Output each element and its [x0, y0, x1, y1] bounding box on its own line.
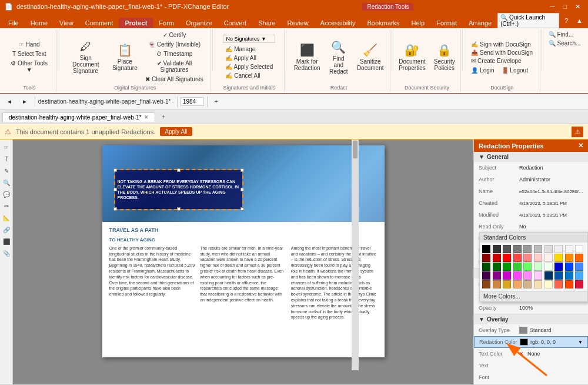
redaction-color-row[interactable]: Redaction Color rgb: 0, 0, 0 ▼	[474, 336, 588, 348]
handle-tl[interactable]	[113, 168, 117, 172]
other-tools-button[interactable]: ⚙ Other Tools ▼	[6, 59, 52, 74]
color-cell[interactable]	[534, 280, 542, 288]
add-tab-button[interactable]: +	[211, 97, 222, 107]
maximize-button[interactable]: □	[560, 2, 570, 11]
tab-share[interactable]: Share	[252, 18, 281, 28]
help-btn[interactable]: ?	[562, 16, 571, 25]
color-cell[interactable]	[565, 245, 573, 253]
color-cell[interactable]	[523, 280, 532, 288]
color-cell[interactable]	[565, 263, 573, 271]
color-cell[interactable]	[575, 263, 583, 271]
color-cell[interactable]	[523, 254, 532, 262]
no-signatures-dropdown[interactable]: No Signatures ▼	[223, 35, 275, 43]
color-cell[interactable]	[554, 280, 563, 288]
tab-form[interactable]: Form	[153, 18, 180, 28]
color-cell[interactable]	[482, 254, 490, 262]
minimize-button[interactable]: ─	[547, 2, 558, 11]
color-cell[interactable]	[565, 271, 573, 280]
color-cell[interactable]	[554, 245, 563, 253]
color-cell[interactable]	[554, 263, 563, 271]
tab-home[interactable]: Home	[25, 18, 54, 28]
tab-help[interactable]: Help	[406, 18, 431, 28]
notif-warning-btn[interactable]: ⚠	[572, 127, 583, 137]
forward-button[interactable]: ►	[18, 97, 32, 107]
validate-all-button[interactable]: ✔ Validate All Signatures	[142, 59, 208, 74]
minimize-ribbon-btn[interactable]: ▲	[573, 16, 586, 25]
tool-btn-10[interactable]: 📎	[1, 248, 12, 258]
tool-btn-3[interactable]: ✎	[1, 165, 12, 176]
color-cell[interactable]	[544, 245, 553, 253]
send-docusign-button[interactable]: 📤 Send with DocuSign	[469, 49, 535, 57]
color-cell[interactable]	[493, 271, 501, 280]
find-button[interactable]: 🔍 Find...	[546, 31, 583, 38]
tab-file[interactable]: File	[2, 18, 25, 28]
create-envelope-button[interactable]: ✉ Create Envelope	[469, 57, 535, 65]
tool-btn-7[interactable]: 📐	[1, 213, 12, 223]
tool-btn-6[interactable]: ✏	[1, 201, 12, 211]
security-policies-button[interactable]: 🔒 SecurityPolicies	[430, 41, 459, 73]
color-cell[interactable]	[482, 271, 490, 280]
redaction-box[interactable]: NOT TAKING A BREAK FROM EVERYDAY STRESSO…	[114, 169, 243, 210]
sanitize-button[interactable]: 🧹 SanitizeDocument	[354, 41, 386, 73]
scroll-thumb[interactable]	[353, 141, 358, 158]
color-cell[interactable]	[544, 263, 553, 271]
tab-review[interactable]: Review	[282, 18, 315, 28]
doc-tab-main[interactable]: destination-healthy-aging-white-paper_fi…	[2, 112, 155, 122]
quick-launch[interactable]: 🔍 Quick Launch (Ctrl+.)	[497, 13, 559, 28]
color-cell[interactable]	[513, 271, 522, 280]
certify-button[interactable]: ✓ Certify	[142, 31, 208, 39]
more-colors-button[interactable]: More Colors...	[480, 291, 587, 301]
tool-btn-5[interactable]: 💬	[1, 189, 12, 200]
color-cell[interactable]	[503, 280, 511, 288]
tab-organize[interactable]: Organize	[180, 18, 218, 28]
tab-format[interactable]: Format	[430, 18, 463, 28]
login-button[interactable]: 👤 Login	[469, 67, 496, 74]
clear-all-button[interactable]: ✖ Clear All Signatures	[142, 75, 208, 84]
zoom-input[interactable]	[181, 97, 204, 106]
color-cell[interactable]	[575, 280, 583, 288]
tool-btn-8[interactable]: 🔗	[1, 224, 12, 235]
dropdown-arrow-icon[interactable]: ▼	[578, 340, 583, 345]
color-cell[interactable]	[534, 254, 542, 262]
redaction-tools-tab[interactable]: Redaction Tools	[362, 3, 413, 11]
handle-bm[interactable]	[177, 207, 181, 211]
handle-ml[interactable]	[113, 188, 117, 191]
sign-docusign-button[interactable]: ✍ Sign with DocuSign	[469, 41, 535, 48]
apply-all-button[interactable]: Apply All	[160, 127, 192, 136]
color-cell[interactable]	[503, 254, 511, 262]
overlay-section-header[interactable]: ▼ Overlay	[474, 314, 588, 324]
color-cell[interactable]	[513, 263, 522, 271]
color-cell[interactable]	[523, 245, 532, 253]
search-button[interactable]: 🔍 Search...	[546, 39, 583, 47]
color-cell[interactable]	[523, 271, 532, 280]
color-cell[interactable]	[575, 271, 583, 280]
color-cell[interactable]	[523, 263, 532, 271]
manage-button[interactable]: ✍ Manage	[223, 45, 275, 53]
tab-view[interactable]: View	[54, 18, 79, 28]
doc-tab-close-icon[interactable]: ✕	[144, 114, 149, 120]
color-cell[interactable]	[544, 280, 553, 288]
sign-document-button[interactable]: 🖊 Sign DocumentSignature	[63, 38, 108, 76]
color-cell[interactable]	[534, 271, 542, 280]
tab-protect[interactable]: Protect	[119, 18, 153, 28]
color-cell[interactable]	[544, 254, 553, 262]
tool-btn-2[interactable]: T	[1, 154, 12, 164]
color-cell[interactable]	[482, 263, 490, 271]
tool-btn-9[interactable]: ⬛	[1, 236, 12, 247]
color-cell[interactable]	[575, 254, 583, 262]
cancel-all-button[interactable]: ✍ Cancel All	[223, 72, 275, 79]
color-cell[interactable]	[513, 245, 522, 253]
color-cell[interactable]	[493, 263, 501, 271]
tab-arrange[interactable]: Arrange	[463, 18, 497, 28]
panel-close-icon[interactable]: ✕	[578, 142, 583, 150]
tab-comment[interactable]: Comment	[79, 18, 119, 28]
handle-bl[interactable]	[113, 207, 117, 211]
add-doc-tab-button[interactable]: +	[158, 112, 169, 122]
color-cell[interactable]	[565, 254, 573, 262]
apply-selected-button[interactable]: ✍ Apply Selected	[223, 63, 275, 71]
mark-for-redaction-button[interactable]: ⬛ Mark forRedaction	[291, 41, 323, 73]
color-cell[interactable]	[554, 254, 563, 262]
timestamp-button[interactable]: ⏱ Timestamp	[142, 49, 208, 58]
color-cell[interactable]	[482, 245, 490, 253]
color-cell[interactable]	[513, 280, 522, 288]
